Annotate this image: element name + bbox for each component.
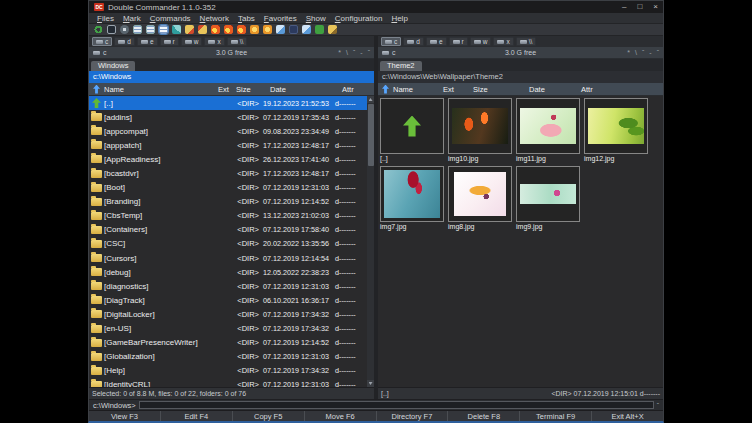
menu-item[interactable]: Files bbox=[93, 14, 118, 23]
menu-item[interactable]: Tabs bbox=[234, 14, 259, 23]
file-row[interactable]: [Boot] <DIR> 07.12.2019 12:31:03 d------… bbox=[89, 181, 367, 195]
tab-windows[interactable]: Windows bbox=[91, 61, 135, 71]
thumbnail-item[interactable]: img7.jpg bbox=[380, 166, 446, 232]
test-archive-icon[interactable] bbox=[237, 25, 246, 34]
terminal-icon[interactable] bbox=[107, 25, 116, 34]
history-dropdown-icon[interactable]: ˇ bbox=[657, 402, 659, 409]
drive-button[interactable]: r bbox=[449, 37, 468, 46]
scroll-up-icon[interactable] bbox=[367, 96, 374, 103]
command-input[interactable] bbox=[139, 401, 654, 409]
file-row[interactable]: [en-US] <DIR> 07.12.2019 17:34:32 d-----… bbox=[89, 322, 367, 336]
drive-button[interactable]: e bbox=[137, 37, 158, 46]
file-row[interactable]: [Containers] <DIR> 07.12.2019 17:58:40 d… bbox=[89, 223, 367, 237]
panel-corner-button[interactable]: * bbox=[338, 49, 341, 56]
file-row[interactable]: [Branding] <DIR> 07.12.2019 12:14:52 d--… bbox=[89, 195, 367, 209]
column-attr[interactable]: Attr bbox=[342, 85, 374, 94]
scrollbar-thumb[interactable] bbox=[368, 104, 374, 166]
function-key-button[interactable]: Exit Alt+X bbox=[592, 411, 663, 421]
thumbnail-item[interactable]: img8.jpg bbox=[448, 166, 514, 232]
options-icon[interactable] bbox=[120, 25, 129, 34]
menu-item[interactable]: Network bbox=[196, 14, 233, 23]
multi-rename-icon[interactable] bbox=[315, 25, 324, 34]
file-row[interactable]: [addins] <DIR> 07.12.2019 17:35:43 d----… bbox=[89, 110, 367, 124]
menu-item[interactable]: Show bbox=[302, 14, 330, 23]
column-date[interactable]: Date bbox=[270, 85, 342, 94]
sync-dirs-icon[interactable] bbox=[302, 25, 311, 34]
tab-theme2[interactable]: Theme2 bbox=[380, 61, 422, 71]
drive-button[interactable]: w bbox=[470, 37, 492, 46]
file-row[interactable]: [CbsTemp] <DIR> 13.12.2023 21:02:03 d---… bbox=[89, 209, 367, 223]
file-row[interactable]: [appcompat] <DIR> 09.08.2023 23:34:49 d-… bbox=[89, 124, 367, 138]
panel-corner-button[interactable]: \ bbox=[346, 49, 348, 56]
column-date[interactable]: Date bbox=[529, 85, 581, 94]
column-ext[interactable]: Ext bbox=[218, 85, 236, 94]
function-key-button[interactable]: Move F6 bbox=[305, 411, 377, 421]
left-path-bar[interactable]: c:\Windows bbox=[89, 71, 374, 83]
panel-corner-button[interactable]: ˇ bbox=[368, 49, 370, 56]
scrollbar[interactable] bbox=[367, 96, 374, 387]
thumbnails-view-icon[interactable] bbox=[159, 25, 168, 34]
scroll-down-icon[interactable] bbox=[367, 380, 374, 387]
column-name[interactable]: Name bbox=[104, 85, 218, 94]
drive-button[interactable]: c bbox=[381, 37, 401, 46]
drive-button[interactable]: \\ bbox=[516, 37, 537, 46]
right-path-bar[interactable]: c:\Windows\Web\Wallpaper\Theme2 bbox=[378, 71, 663, 83]
maximize-button[interactable]: □ bbox=[637, 1, 642, 13]
function-key-button[interactable]: Delete F8 bbox=[448, 411, 520, 421]
search-icon[interactable] bbox=[289, 25, 298, 34]
copy-right-icon[interactable] bbox=[198, 25, 207, 34]
file-row[interactable]: [apppatch] <DIR> 17.12.2023 12:48:17 d--… bbox=[89, 138, 367, 152]
function-key-button[interactable]: Terminal F9 bbox=[520, 411, 592, 421]
file-row[interactable]: [diagnostics] <DIR> 07.12.2019 12:31:03 … bbox=[89, 279, 367, 293]
column-name[interactable]: Name bbox=[393, 85, 443, 94]
drive-button[interactable]: x bbox=[204, 37, 224, 46]
pack-icon[interactable] bbox=[211, 25, 220, 34]
column-size[interactable]: Size bbox=[236, 85, 270, 94]
drive-button[interactable]: x bbox=[493, 37, 513, 46]
file-row[interactable]: [CSC] <DIR> 20.02.2022 13:35:56 d------- bbox=[89, 237, 367, 251]
drive-button[interactable]: c bbox=[92, 37, 112, 46]
panel-corner-button[interactable]: \ bbox=[635, 49, 637, 56]
drive-button[interactable]: d bbox=[403, 37, 424, 46]
file-row[interactable]: [Help] <DIR> 07.12.2019 17:34:32 d------… bbox=[89, 364, 367, 378]
menu-item[interactable]: Help bbox=[387, 14, 411, 23]
panel-corner-button[interactable]: ˆ bbox=[353, 49, 355, 56]
drive-button[interactable]: r bbox=[160, 37, 179, 46]
minimize-button[interactable]: – bbox=[622, 1, 626, 13]
edit-folder-icon[interactable] bbox=[328, 25, 337, 34]
function-key-button[interactable]: Edit F4 bbox=[161, 411, 233, 421]
file-row[interactable]: [DiagTrack] <DIR> 06.10.2021 16:36:17 d-… bbox=[89, 293, 367, 307]
file-row[interactable]: [DigitalLocker] <DIR> 07.12.2019 17:34:3… bbox=[89, 307, 367, 321]
refresh-icon[interactable] bbox=[94, 25, 103, 34]
file-row[interactable]: [debug] <DIR> 12.05.2022 22:38:23 d-----… bbox=[89, 265, 367, 279]
file-row[interactable]: [..] <DIR> 19.12.2023 21:52:53 d------- bbox=[89, 96, 367, 110]
column-size[interactable]: Size bbox=[473, 85, 529, 94]
file-row[interactable]: [GameBarPresenceWriter] <DIR> 07.12.2019… bbox=[89, 336, 367, 350]
copy-left-icon[interactable] bbox=[185, 25, 194, 34]
extract-icon[interactable] bbox=[224, 25, 233, 34]
menu-item[interactable]: Mark bbox=[119, 14, 145, 23]
brief-view-icon[interactable] bbox=[133, 25, 142, 34]
menu-item[interactable]: Commands bbox=[146, 14, 195, 23]
thumbnail-item[interactable]: img10.jpg bbox=[448, 98, 514, 164]
panel-corner-button[interactable]: ˆ bbox=[642, 49, 644, 56]
full-view-icon[interactable] bbox=[146, 25, 155, 34]
drive-button[interactable]: d bbox=[114, 37, 135, 46]
function-key-button[interactable]: Copy F5 bbox=[233, 411, 305, 421]
panel-corner-button[interactable]: - bbox=[649, 49, 651, 56]
swap-panels-icon[interactable] bbox=[172, 25, 181, 34]
menu-item[interactable]: Favorites bbox=[260, 14, 301, 23]
column-ext[interactable]: Ext bbox=[443, 85, 473, 94]
drive-button[interactable]: \\ bbox=[227, 37, 248, 46]
function-key-button[interactable]: View F3 bbox=[89, 411, 161, 421]
panel-corner-button[interactable]: ˇ bbox=[657, 49, 659, 56]
drive-button[interactable]: w bbox=[181, 37, 203, 46]
panel-corner-button[interactable]: - bbox=[360, 49, 362, 56]
thumbnail-item[interactable]: img12.jpg bbox=[584, 98, 650, 164]
compare-icon[interactable] bbox=[276, 25, 285, 34]
column-attr[interactable]: Attr bbox=[581, 85, 663, 94]
favorites-icon[interactable] bbox=[263, 25, 272, 34]
file-row[interactable]: [IdentityCRL] <DIR> 07.12.2019 12:31:03 … bbox=[89, 378, 367, 387]
menu-item[interactable]: Configuration bbox=[331, 14, 387, 23]
panel-corner-button[interactable]: * bbox=[627, 49, 630, 56]
